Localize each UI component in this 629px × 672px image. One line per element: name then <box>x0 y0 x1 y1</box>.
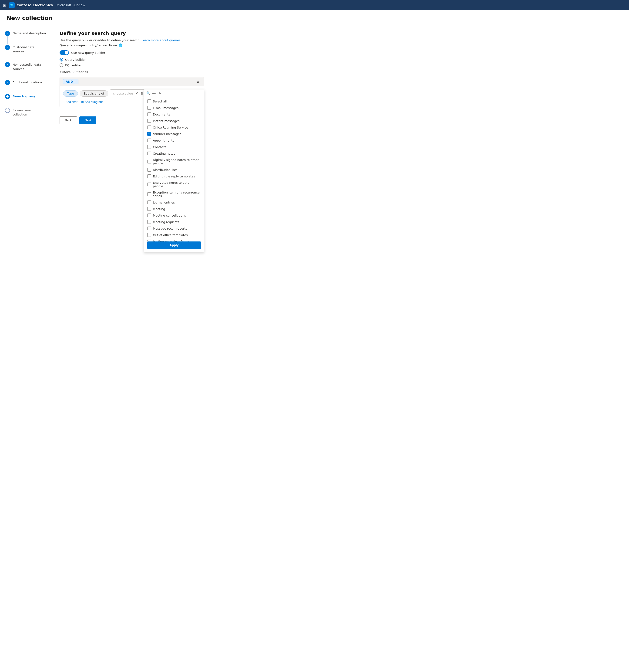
checkbox-4 <box>147 125 151 129</box>
dropdown-item-4[interactable]: Office Roaming Service <box>144 124 204 130</box>
checkbox-18 <box>147 226 151 230</box>
dropdown-item-label-15: Meeting <box>153 207 165 211</box>
dropdown-item-label-16: Meeting cancellations <box>153 214 186 217</box>
radio-dot-query-builder <box>59 58 63 62</box>
search-icon: 🔍 <box>146 91 150 95</box>
checkbox-0 <box>147 99 151 103</box>
clear-all-btn[interactable]: ✕ Clear all <box>72 70 88 74</box>
dropdown-item-17[interactable]: Meeting requests <box>144 219 204 225</box>
step-dot-5 <box>5 94 10 99</box>
grid-icon[interactable]: ⊞ <box>3 3 6 8</box>
dropdown-item-3[interactable]: Instant messages <box>144 118 204 124</box>
filter-clear-btn[interactable]: ✕ <box>135 91 139 96</box>
dropdown-item-0[interactable]: Select all <box>144 98 204 104</box>
dropdown-item-label-3: Instant messages <box>153 119 180 123</box>
add-subgroup-button[interactable]: ⊞ Add subgroup <box>81 100 104 104</box>
dropdown-item-16[interactable]: Meeting cancellations <box>144 212 204 219</box>
step-label-1: Name and description <box>12 30 46 35</box>
page-title: New collection <box>6 15 623 21</box>
dropdown-item-label-2: Documents <box>153 113 170 116</box>
checkbox-17 <box>147 220 151 224</box>
dropdown-item-label-1: E-mail messages <box>153 106 178 110</box>
connector-5 <box>7 36 8 45</box>
learn-more-link[interactable]: Learn more about queries <box>142 39 181 42</box>
add-filter-button[interactable]: + Add filter <box>63 100 77 104</box>
dropdown-list: Select allE-mail messagesDocumentsInstan… <box>144 97 204 241</box>
dropdown-item-12[interactable]: Encrypted notes to other people <box>144 179 204 189</box>
collapse-button[interactable]: ∧ <box>196 79 200 84</box>
checkbox-19 <box>147 233 151 237</box>
radio-kql-editor[interactable]: KQL editor <box>59 63 621 67</box>
step-item-custodial[interactable]: ✓ Custodial data sources <box>5 45 46 53</box>
filter-value-field[interactable]: choose value ✕ 🗑 <box>110 90 147 97</box>
query-builder-container: AND ⌄ ∧ Type Equals any of choose value … <box>59 77 204 107</box>
dropdown-item-2[interactable]: Documents <box>144 111 204 118</box>
page-body: ✓ Name and description ✓ Custodial data … <box>0 24 629 672</box>
step-check-3: ✓ <box>5 62 10 67</box>
dropdown-item-label-0: Select all <box>153 100 167 103</box>
step-label-6: Review your collection <box>12 107 46 117</box>
step-item-non-custodial[interactable]: ✓ Non-custodial data sources <box>5 62 46 71</box>
filter-delete-btn[interactable]: 🗑 <box>140 91 144 96</box>
step-item-name-description[interactable]: ✓ Name and description <box>5 30 46 36</box>
filter-operator[interactable]: Equals any of <box>80 90 108 97</box>
dropdown-panel: 🔍 Select allE-mail messagesDocumentsInst… <box>144 89 204 253</box>
dropdown-item-label-19: Out of office templates <box>153 233 188 237</box>
checkbox-5: ✓ <box>147 132 151 136</box>
radio-dot-kql-editor <box>59 63 63 67</box>
step-label-5: Search query <box>12 94 35 98</box>
clear-icon: ✕ <box>72 71 75 74</box>
dropdown-item-19[interactable]: Out of office templates <box>144 232 204 238</box>
checkbox-20 <box>147 240 151 241</box>
dropdown-item-18[interactable]: Message recall reports <box>144 225 204 232</box>
filter-actions: ✕ 🗑 <box>135 91 144 96</box>
brand-icon <box>9 2 15 8</box>
filter-value-placeholder: choose value <box>113 92 133 95</box>
checkbox-10 <box>147 168 151 172</box>
dropdown-item-10[interactable]: Distribution lists <box>144 167 204 173</box>
dropdown-item-15[interactable]: Meeting <box>144 206 204 212</box>
step-dot-1: ✓ <box>5 30 10 36</box>
dropdown-item-13[interactable]: Exception item of a recurrence series <box>144 189 204 199</box>
checkbox-16 <box>147 214 151 217</box>
dropdown-item-8[interactable]: Creating notes <box>144 150 204 157</box>
step-item-search-query[interactable]: Search query <box>5 94 46 99</box>
dropdown-item-label-4: Office Roaming Service <box>153 126 188 129</box>
top-navigation: ⊞ Contoso Electronics Microsoft Purview <box>0 0 629 10</box>
next-button[interactable]: Next <box>79 116 96 124</box>
app-logo: Contoso Electronics <box>9 2 53 8</box>
dropdown-item-1[interactable]: E-mail messages <box>144 104 204 111</box>
step-inactive-6 <box>5 108 10 113</box>
dropdown-item-6[interactable]: Appointments <box>144 137 204 144</box>
checkbox-11 <box>147 174 151 178</box>
dropdown-item-7[interactable]: Contacts <box>144 144 204 150</box>
step-check-4: ✓ <box>5 80 10 85</box>
checkbox-1 <box>147 106 151 110</box>
apply-button[interactable]: Apply <box>147 241 201 249</box>
dropdown-item-11[interactable]: Editing rule reply templates <box>144 173 204 179</box>
back-button[interactable]: Back <box>59 116 77 124</box>
radio-query-builder[interactable]: Query builder <box>59 58 621 62</box>
step-item-review[interactable]: Review your collection <box>5 107 46 117</box>
filter-type-pill[interactable]: Type <box>63 90 78 97</box>
globe-icon[interactable]: 🌐 <box>119 43 122 47</box>
dropdown-item-label-6: Appointments <box>153 139 174 142</box>
query-builder-toggle[interactable] <box>59 50 69 55</box>
step-item-additional[interactable]: ✓ Additional locations <box>5 80 46 85</box>
dropdown-search-bar: 🔍 <box>144 90 204 97</box>
and-badge[interactable]: AND ⌄ <box>63 79 78 84</box>
step-check-2: ✓ <box>5 45 10 50</box>
dropdown-item-5[interactable]: ✓Yammer messages <box>144 130 204 137</box>
dropdown-item-20[interactable]: Posting notes in a folder <box>144 238 204 241</box>
dropdown-item-14[interactable]: Journal entries <box>144 199 204 206</box>
dropdown-item-9[interactable]: Digitally signed notes to other people <box>144 157 204 167</box>
dropdown-item-label-17: Meeting requests <box>153 220 179 224</box>
radio-label-kql-editor: KQL editor <box>65 64 81 67</box>
svg-point-0 <box>10 4 12 5</box>
subgroup-icon: ⊞ <box>81 100 84 104</box>
dropdown-item-label-12: Encrypted notes to other people <box>153 181 201 188</box>
checkbox-15 <box>147 207 151 211</box>
dropdown-search-input[interactable] <box>152 92 202 95</box>
checkbox-12 <box>147 183 151 186</box>
dropdown-item-label-14: Journal entries <box>153 201 175 204</box>
